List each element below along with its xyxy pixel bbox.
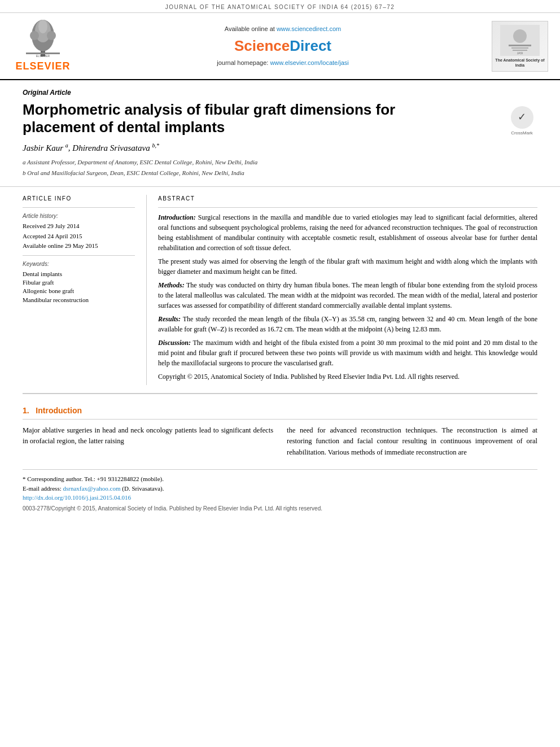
email-label: E-mail address: [23,485,62,492]
article-info-abstract-section: ARTICLE INFO Article history: Received 2… [23,187,537,394]
author-dhirendra: Dhirendra Srivasatava [72,143,150,152]
methods-label: Methods: [158,281,185,289]
intro-left-col: Major ablative surgeries in head and nec… [23,425,273,458]
results-body: The study recorded the mean length of th… [158,315,537,333]
abstract-intro: Introduction: Surgical resections in the… [158,212,537,253]
main-content: 1. Introduction Major ablative surgeries… [0,394,560,469]
keyword-2: Fibular graft [23,278,135,287]
header-center: Available online at www.sciencedirect.co… [84,19,482,73]
discussion-body: The maximum width and height of the fibu… [158,339,537,367]
journal-homepage-link[interactable]: www.elsevier.com/locate/jasi [270,59,348,66]
journal-thumb-title: The Anatomical Society of India [495,58,545,68]
intro-left-text: Major ablative surgeries in head and nec… [23,425,273,447]
author-jasbir: Jasbir Kaur [23,143,63,152]
crossmark-label: CrossMark [511,130,533,136]
keywords-section: Keywords: Dental implants Fibular graft … [23,260,135,305]
methods-body: The study was conducted on thirty dry hu… [158,281,537,309]
svg-point-5 [47,31,56,40]
svg-text:ELSEVIER: ELSEVIER [36,54,50,58]
journal-thumbnail: JASI The Anatomical Society of India [492,21,548,72]
available-online-text: Available online at www.sciencedirect.co… [225,25,341,33]
history-label: Article history: [23,212,135,220]
intro-two-col: Major ablative surgeries in head and nec… [23,425,537,458]
svg-rect-12 [513,50,527,51]
accepted-date: Accepted 24 April 2015 [23,232,135,241]
title-crossmark-row: Morphometric analysis of fibular graft d… [23,101,537,142]
results-label: Results: [158,315,181,323]
article-info-section: Original Article Morphometric analysis o… [0,80,560,187]
intro-section-title: 1. Introduction [23,405,537,420]
authors-line: Jasbir Kaur a, Dhirendra Srivasatava b,* [23,142,537,154]
intro-body: Surgical resections in the maxilla and m… [158,213,537,252]
crossmark-icon: ✓ [511,106,533,129]
svg-rect-11 [511,47,528,49]
keyword-4: Mandibular reconstruction [23,296,135,304]
intro-right-col: the need for advanced reconstruction tec… [287,425,537,458]
keyword-3: Allogenic bone graft [23,287,135,295]
journal-thumbnail-section: JASI The Anatomical Society of India [489,19,551,73]
info-divider-1 [23,207,135,208]
keyword-1: Dental implants [23,270,135,278]
svg-rect-10 [509,45,531,46]
doi-link[interactable]: http://dx.doi.org/10.1016/j.jasi.2015.04… [23,494,131,501]
received-date: Received 29 July 2014 [23,222,135,230]
svg-point-3 [38,20,47,33]
author-affiliations: a Assistant Professor, Department of Ana… [23,158,537,177]
journal-cover-image: JASI [500,25,540,56]
intro-right-text: the need for advanced reconstruction tec… [287,425,537,458]
email-link[interactable]: dsrnaxfax@yahoo.com [63,485,120,492]
abstract-methods: Methods: The study was conducted on thir… [158,280,537,311]
abstract-col: ABSTRACT Introduction: Surgical resectio… [147,195,537,385]
email-person: (D. Srivasatava). [122,485,164,492]
available-online-date: Available online 29 May 2015 [23,242,135,250]
elsevier-logo: ELSEVIER ELSEVIER [15,19,70,73]
article-title: Morphometric analysis of fibular graft d… [23,101,406,136]
journal-header: ELSEVIER ELSEVIER Available online at ww… [0,13,560,80]
journal-bar: JOURNAL OF THE ANATOMICAL SOCIETY OF IND… [0,0,560,13]
journal-name: JOURNAL OF THE ANATOMICAL SOCIETY OF IND… [165,4,395,10]
affiliation-b: b Oral and Maxillofacial Surgeon, Dean, … [23,168,537,178]
corresponding-author: * Corresponding author. Tel.: +91 931228… [23,475,164,482]
intro-title: Introduction [36,406,82,415]
svg-text:JASI: JASI [517,51,523,55]
elsevier-tree-icon: ELSEVIER [20,19,65,58]
abstract-heading: ABSTRACT [158,195,537,203]
elsevier-brand: ELSEVIER [15,59,70,73]
abstract-results: Results: The study recorded the mean len… [158,314,537,334]
abstract-copyright: Copyright © 2015, Anatomical Society of … [158,372,537,382]
abstract-divider [158,207,537,208]
abstract-discussion: Discussion: The maximum width and height… [158,338,537,368]
footnote-section: * Corresponding author. Tel.: +91 931228… [23,469,537,503]
svg-point-9 [513,29,527,43]
intro-number: 1. [23,406,29,415]
svg-point-4 [30,31,39,40]
article-info-heading: ARTICLE INFO [23,195,135,203]
abstract-present-study: The present study was aimed for observin… [158,256,537,277]
sciencedirect-logo: ScienceDirect [234,36,331,56]
crossmark-section[interactable]: ✓ CrossMark [506,106,537,137]
intro-label: Introduction: [158,213,196,221]
footnote-text: * Corresponding author. Tel.: +91 931228… [23,474,537,503]
article-info-col: ARTICLE INFO Article history: Received 2… [23,195,147,385]
discussion-label: Discussion: [158,339,191,347]
abstract-text: Introduction: Surgical resections in the… [158,212,537,382]
info-divider-2 [23,255,135,256]
keywords-label: Keywords: [23,260,135,268]
affiliation-a: a Assistant Professor, Department of Ana… [23,158,537,167]
journal-homepage-text: journal homepage: www.elsevier.com/locat… [217,59,349,67]
elsevier-logo-section: ELSEVIER ELSEVIER [9,19,77,73]
article-type-label: Original Article [23,88,537,98]
copyright-bar: 0003-2778/Copyright © 2015, Anatomical S… [23,503,537,513]
sciencedirect-link[interactable]: www.sciencedirect.com [277,25,341,32]
